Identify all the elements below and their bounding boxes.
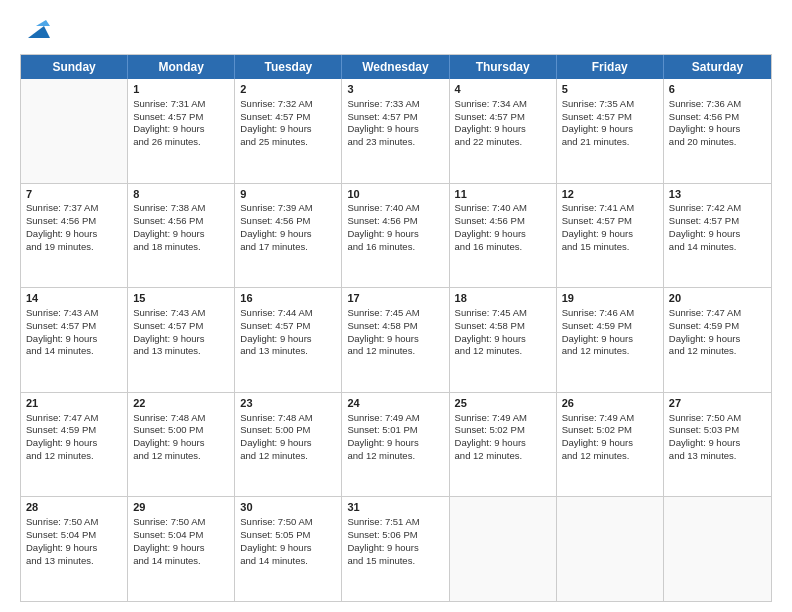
sunrise-text: Sunrise: 7:50 AM [26,516,122,529]
daylight-text-1: Daylight: 9 hours [455,333,551,346]
day-number: 9 [240,187,336,202]
header-day-monday: Monday [128,55,235,79]
daylight-text-1: Daylight: 9 hours [347,437,443,450]
sunrise-text: Sunrise: 7:51 AM [347,516,443,529]
daylight-text-2: and 25 minutes. [240,136,336,149]
svg-marker-0 [28,26,50,38]
calendar-header: SundayMondayTuesdayWednesdayThursdayFrid… [21,55,771,79]
daylight-text-1: Daylight: 9 hours [240,333,336,346]
sunrise-text: Sunrise: 7:31 AM [133,98,229,111]
sunset-text: Sunset: 5:01 PM [347,424,443,437]
sunrise-text: Sunrise: 7:38 AM [133,202,229,215]
daylight-text-2: and 15 minutes. [562,241,658,254]
daylight-text-1: Daylight: 9 hours [562,437,658,450]
table-row: 3Sunrise: 7:33 AMSunset: 4:57 PMDaylight… [342,79,449,183]
day-number: 11 [455,187,551,202]
logo-icon [22,16,50,44]
daylight-text-1: Daylight: 9 hours [347,123,443,136]
sunset-text: Sunset: 4:57 PM [26,320,122,333]
day-number: 17 [347,291,443,306]
sunrise-text: Sunrise: 7:50 AM [133,516,229,529]
sunset-text: Sunset: 4:59 PM [26,424,122,437]
header [20,16,772,44]
daylight-text-1: Daylight: 9 hours [133,333,229,346]
daylight-text-2: and 12 minutes. [347,450,443,463]
day-number: 12 [562,187,658,202]
day-number: 14 [26,291,122,306]
sunset-text: Sunset: 4:56 PM [26,215,122,228]
daylight-text-1: Daylight: 9 hours [562,333,658,346]
day-number: 3 [347,82,443,97]
sunset-text: Sunset: 5:06 PM [347,529,443,542]
sunset-text: Sunset: 4:58 PM [347,320,443,333]
sunrise-text: Sunrise: 7:45 AM [455,307,551,320]
sunset-text: Sunset: 4:59 PM [669,320,766,333]
daylight-text-2: and 13 minutes. [669,450,766,463]
day-number: 1 [133,82,229,97]
table-row: 4Sunrise: 7:34 AMSunset: 4:57 PMDaylight… [450,79,557,183]
sunrise-text: Sunrise: 7:43 AM [26,307,122,320]
calendar-row-4: 28Sunrise: 7:50 AMSunset: 5:04 PMDayligh… [21,496,771,601]
daylight-text-2: and 13 minutes. [240,345,336,358]
sunset-text: Sunset: 4:56 PM [455,215,551,228]
table-row: 28Sunrise: 7:50 AMSunset: 5:04 PMDayligh… [21,497,128,601]
daylight-text-1: Daylight: 9 hours [133,542,229,555]
table-row: 13Sunrise: 7:42 AMSunset: 4:57 PMDayligh… [664,184,771,288]
calendar-row-1: 7Sunrise: 7:37 AMSunset: 4:56 PMDaylight… [21,183,771,288]
sunrise-text: Sunrise: 7:44 AM [240,307,336,320]
day-number: 19 [562,291,658,306]
sunrise-text: Sunrise: 7:36 AM [669,98,766,111]
daylight-text-1: Daylight: 9 hours [26,437,122,450]
table-row [450,497,557,601]
sunrise-text: Sunrise: 7:37 AM [26,202,122,215]
table-row: 10Sunrise: 7:40 AMSunset: 4:56 PMDayligh… [342,184,449,288]
page: SundayMondayTuesdayWednesdayThursdayFrid… [0,0,792,612]
table-row: 22Sunrise: 7:48 AMSunset: 5:00 PMDayligh… [128,393,235,497]
daylight-text-2: and 19 minutes. [26,241,122,254]
sunset-text: Sunset: 4:56 PM [347,215,443,228]
table-row: 9Sunrise: 7:39 AMSunset: 4:56 PMDaylight… [235,184,342,288]
daylight-text-1: Daylight: 9 hours [240,542,336,555]
daylight-text-2: and 12 minutes. [240,450,336,463]
daylight-text-1: Daylight: 9 hours [133,228,229,241]
day-number: 13 [669,187,766,202]
daylight-text-1: Daylight: 9 hours [240,437,336,450]
daylight-text-2: and 16 minutes. [347,241,443,254]
sunset-text: Sunset: 5:04 PM [133,529,229,542]
sunset-text: Sunset: 4:57 PM [347,111,443,124]
sunrise-text: Sunrise: 7:43 AM [133,307,229,320]
daylight-text-1: Daylight: 9 hours [240,228,336,241]
sunrise-text: Sunrise: 7:42 AM [669,202,766,215]
sunset-text: Sunset: 5:00 PM [240,424,336,437]
daylight-text-2: and 12 minutes. [133,450,229,463]
table-row: 12Sunrise: 7:41 AMSunset: 4:57 PMDayligh… [557,184,664,288]
table-row: 7Sunrise: 7:37 AMSunset: 4:56 PMDaylight… [21,184,128,288]
table-row: 26Sunrise: 7:49 AMSunset: 5:02 PMDayligh… [557,393,664,497]
sunset-text: Sunset: 5:05 PM [240,529,336,542]
daylight-text-1: Daylight: 9 hours [26,333,122,346]
sunset-text: Sunset: 4:57 PM [133,320,229,333]
daylight-text-1: Daylight: 9 hours [669,333,766,346]
day-number: 26 [562,396,658,411]
day-number: 10 [347,187,443,202]
table-row: 18Sunrise: 7:45 AMSunset: 4:58 PMDayligh… [450,288,557,392]
header-day-sunday: Sunday [21,55,128,79]
table-row: 29Sunrise: 7:50 AMSunset: 5:04 PMDayligh… [128,497,235,601]
sunrise-text: Sunrise: 7:46 AM [562,307,658,320]
table-row: 21Sunrise: 7:47 AMSunset: 4:59 PMDayligh… [21,393,128,497]
day-number: 8 [133,187,229,202]
table-row: 5Sunrise: 7:35 AMSunset: 4:57 PMDaylight… [557,79,664,183]
daylight-text-1: Daylight: 9 hours [455,437,551,450]
daylight-text-2: and 12 minutes. [455,450,551,463]
table-row: 19Sunrise: 7:46 AMSunset: 4:59 PMDayligh… [557,288,664,392]
daylight-text-1: Daylight: 9 hours [26,228,122,241]
day-number: 25 [455,396,551,411]
svg-marker-1 [36,20,50,26]
daylight-text-2: and 12 minutes. [455,345,551,358]
daylight-text-1: Daylight: 9 hours [455,123,551,136]
daylight-text-2: and 13 minutes. [26,555,122,568]
daylight-text-1: Daylight: 9 hours [562,228,658,241]
sunrise-text: Sunrise: 7:49 AM [562,412,658,425]
table-row: 11Sunrise: 7:40 AMSunset: 4:56 PMDayligh… [450,184,557,288]
daylight-text-1: Daylight: 9 hours [669,437,766,450]
